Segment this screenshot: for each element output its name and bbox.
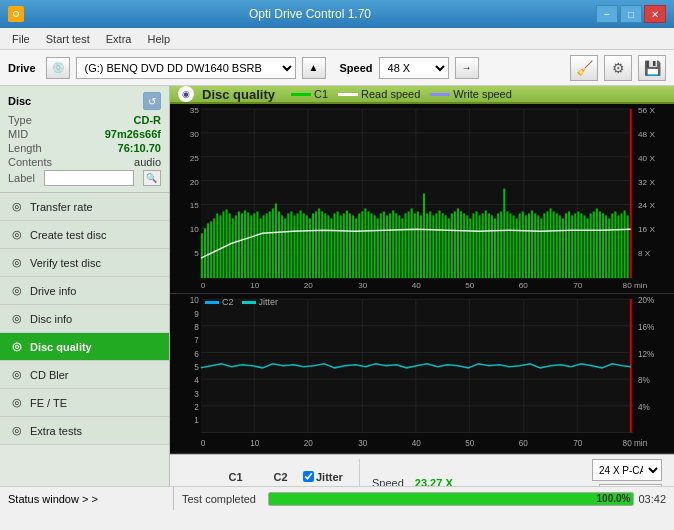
sidebar-item-transfer-rate[interactable]: ◎ Transfer rate <box>0 193 169 221</box>
svg-rect-126 <box>534 213 536 278</box>
svg-text:0: 0 <box>201 439 206 448</box>
speed-select[interactable]: 48 X <box>379 57 449 79</box>
svg-text:16%: 16% <box>638 323 654 332</box>
statusbar: Status window > > Test completed 100.0% … <box>0 486 674 510</box>
svg-rect-53 <box>309 218 311 278</box>
maximize-button[interactable]: □ <box>620 5 642 23</box>
svg-rect-114 <box>497 213 499 278</box>
svg-rect-28 <box>232 218 234 278</box>
svg-rect-105 <box>469 218 471 278</box>
svg-rect-86 <box>411 208 413 278</box>
toolbar-btn-3[interactable]: 💾 <box>638 55 666 81</box>
svg-rect-112 <box>491 215 493 278</box>
disc-panel: Disc ↺ Type CD-R MID 97m26s66f Length 76… <box>0 86 169 193</box>
svg-text:24 X: 24 X <box>638 202 656 211</box>
test-completed-text: Test completed <box>174 493 264 505</box>
svg-rect-146 <box>596 208 598 278</box>
toolbar-btn-1[interactable]: 🧹 <box>570 55 598 81</box>
disc-label-btn[interactable]: 🔍 <box>143 170 161 186</box>
svg-rect-54 <box>312 213 314 278</box>
svg-text:48 X: 48 X <box>638 130 656 139</box>
speed-arrow-btn[interactable]: → <box>455 57 479 79</box>
avg-c1: 3.90 <box>213 484 258 487</box>
drive-eject-btn[interactable]: ▲ <box>302 57 326 79</box>
svg-rect-127 <box>537 215 539 278</box>
fe-te-icon: ◎ <box>10 396 24 410</box>
legend-c1-color <box>291 93 311 96</box>
svg-rect-27 <box>229 213 231 278</box>
svg-rect-93 <box>432 215 434 278</box>
sidebar-item-disc-info[interactable]: ◎ Disc info <box>0 305 169 333</box>
status-window-label[interactable]: Status window > > <box>8 493 98 505</box>
sidebar: Disc ↺ Type CD-R MID 97m26s66f Length 76… <box>0 86 170 486</box>
disc-refresh-btn[interactable]: ↺ <box>143 92 161 110</box>
svg-text:40 X: 40 X <box>638 154 656 163</box>
sidebar-item-create-test-disc[interactable]: ◎ Create test disc <box>0 221 169 249</box>
svg-rect-96 <box>442 213 444 278</box>
menu-extra[interactable]: Extra <box>98 31 140 47</box>
sidebar-item-fe-te-label: FE / TE <box>30 397 67 409</box>
disc-label-key: Label <box>8 172 35 184</box>
menu-file[interactable]: File <box>4 31 38 47</box>
jitter-checkbox[interactable] <box>303 471 314 482</box>
svg-rect-35 <box>253 213 255 278</box>
svg-rect-65 <box>346 210 348 278</box>
titlebar: O Opti Drive Control 1.70 − □ ✕ <box>0 0 674 28</box>
disc-quality-icon: ◎ <box>10 340 24 354</box>
svg-text:2: 2 <box>194 403 199 412</box>
svg-rect-46 <box>287 213 289 278</box>
sidebar-item-cd-bler[interactable]: ◎ CD Bler <box>0 361 169 389</box>
sidebar-item-verify-test-disc[interactable]: ◎ Verify test disc <box>0 249 169 277</box>
close-button[interactable]: ✕ <box>644 5 666 23</box>
sidebar-item-extra-tests[interactable]: ◎ Extra tests <box>0 417 169 445</box>
legend-read-speed-color <box>338 93 358 96</box>
svg-text:7: 7 <box>194 336 199 345</box>
svg-rect-56 <box>318 208 320 278</box>
svg-rect-77 <box>383 211 385 278</box>
menu-starttest[interactable]: Start test <box>38 31 98 47</box>
svg-rect-81 <box>395 213 397 278</box>
svg-rect-26 <box>226 209 228 278</box>
svg-rect-41 <box>272 208 274 278</box>
svg-rect-94 <box>435 213 437 278</box>
disc-length-val: 76:10.70 <box>118 142 161 154</box>
svg-rect-116 <box>503 189 505 279</box>
svg-rect-117 <box>506 211 508 278</box>
sidebar-item-fe-te[interactable]: ◎ FE / TE <box>0 389 169 417</box>
toolbar-btn-2[interactable]: ⚙ <box>604 55 632 81</box>
disc-contents-key: Contents <box>8 156 52 168</box>
svg-rect-76 <box>380 213 382 278</box>
sidebar-item-drive-info[interactable]: ◎ Drive info <box>0 277 169 305</box>
disc-mid-val: 97m26s66f <box>105 128 161 140</box>
svg-rect-72 <box>367 211 369 278</box>
svg-rect-113 <box>494 218 496 278</box>
speed-key: Speed <box>372 477 415 486</box>
disc-panel-title: Disc <box>8 95 31 107</box>
svg-text:8: 8 <box>194 323 199 332</box>
menu-help[interactable]: Help <box>139 31 178 47</box>
legend-write-speed-label: Write speed <box>453 88 512 100</box>
sidebar-item-disc-quality[interactable]: ◎ Disc quality <box>0 333 169 361</box>
window-controls: − □ ✕ <box>596 5 666 23</box>
pcav-select[interactable]: 24 X P-CAV <box>592 459 662 481</box>
svg-rect-49 <box>297 213 299 278</box>
disc-label-input[interactable] <box>44 170 134 186</box>
btn-group: Start full Start part <box>599 484 662 486</box>
svg-rect-64 <box>343 213 345 278</box>
svg-text:70: 70 <box>573 439 583 448</box>
svg-rect-138 <box>571 215 573 278</box>
disc-type-val: CD-R <box>134 114 162 126</box>
svg-rect-40 <box>269 211 271 278</box>
drive-icon-btn[interactable]: 💿 <box>46 57 70 79</box>
svg-text:20: 20 <box>304 281 314 290</box>
svg-rect-132 <box>553 211 555 278</box>
svg-rect-57 <box>321 211 323 278</box>
start-full-button[interactable]: Start full <box>599 484 662 486</box>
drive-select[interactable]: (G:) BENQ DVD DD DW1640 BSRB <box>76 57 296 79</box>
svg-rect-150 <box>608 218 610 278</box>
svg-rect-69 <box>358 213 360 278</box>
sidebar-item-create-test-disc-label: Create test disc <box>30 229 106 241</box>
minimize-button[interactable]: − <box>596 5 618 23</box>
verify-test-disc-icon: ◎ <box>10 256 24 270</box>
svg-text:4: 4 <box>194 376 199 385</box>
